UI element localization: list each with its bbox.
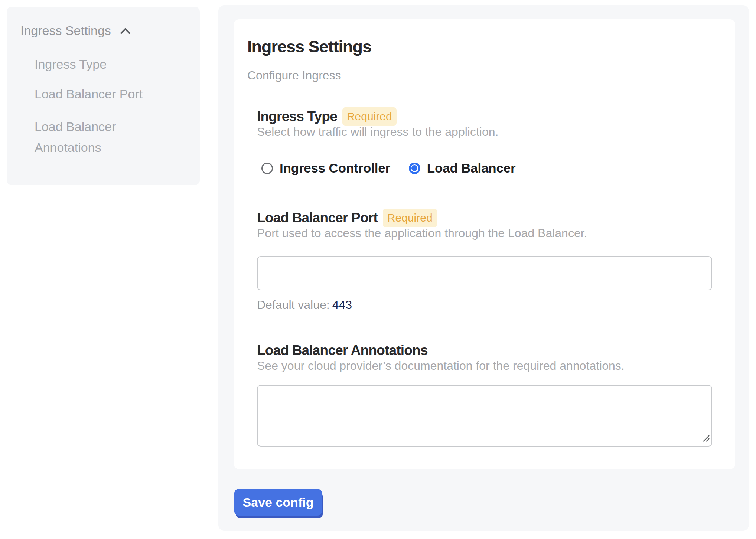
lb-annotations-description: See your cloud provider’s documentation …	[257, 358, 722, 373]
sidebar-item-label: Ingress Settings	[20, 23, 111, 38]
radio-option-ingress-controller[interactable]: Ingress Controller	[261, 161, 390, 176]
default-value-note: Default value:443	[257, 297, 722, 313]
main-panel: Ingress Settings Configure Ingress Ingre…	[218, 5, 749, 531]
section-load-balancer-port: Load Balancer Port Required Port used to…	[257, 208, 722, 313]
sidebar-item-load-balancer-annotations[interactable]: Load Balancer Annotations	[35, 116, 168, 158]
ingress-type-radio-group: Ingress Controller Load Balancer	[261, 159, 722, 177]
radio-option-load-balancer[interactable]: Load Balancer	[409, 161, 516, 176]
ingress-settings-card: Ingress Settings Configure Ingress Ingre…	[234, 19, 735, 469]
ingress-type-description: Select how traffic will ingress to the a…	[257, 124, 722, 140]
radio-checked-icon[interactable]	[409, 163, 420, 174]
resize-handle-icon[interactable]	[702, 434, 710, 444]
lb-annotations-textarea[interactable]	[257, 385, 712, 447]
lb-annotations-label: Load Balancer Annotations	[257, 341, 428, 360]
lb-port-description: Port used to access the application thro…	[257, 225, 722, 241]
sidebar-item-ingress-type[interactable]: Ingress Type	[35, 57, 107, 72]
required-badge: Required	[342, 107, 397, 126]
card-subtitle: Configure Ingress	[247, 68, 722, 83]
sidebar-item-load-balancer-port[interactable]: Load Balancer Port	[35, 86, 143, 101]
default-value: 443	[332, 298, 352, 311]
save-config-button[interactable]: Save config	[234, 489, 322, 516]
ingress-type-label: Ingress Type	[257, 107, 337, 126]
required-badge: Required	[383, 209, 437, 227]
card-title: Ingress Settings	[247, 19, 722, 56]
radio-label: Load Balancer	[427, 161, 516, 176]
lb-port-input[interactable]	[257, 256, 712, 290]
radio-unchecked-icon[interactable]	[261, 163, 273, 174]
section-ingress-type: Ingress Type Required Select how traffic…	[257, 107, 722, 177]
settings-nav-sidebar: Ingress Settings Ingress Type Load Balan…	[7, 7, 200, 185]
radio-label: Ingress Controller	[280, 161, 390, 176]
section-load-balancer-annotations: Load Balancer Annotations See your cloud…	[257, 341, 722, 447]
chevron-up-icon	[120, 28, 130, 34]
lb-port-label: Load Balancer Port	[257, 208, 378, 228]
sidebar-item-ingress-settings[interactable]: Ingress Settings	[20, 23, 130, 38]
